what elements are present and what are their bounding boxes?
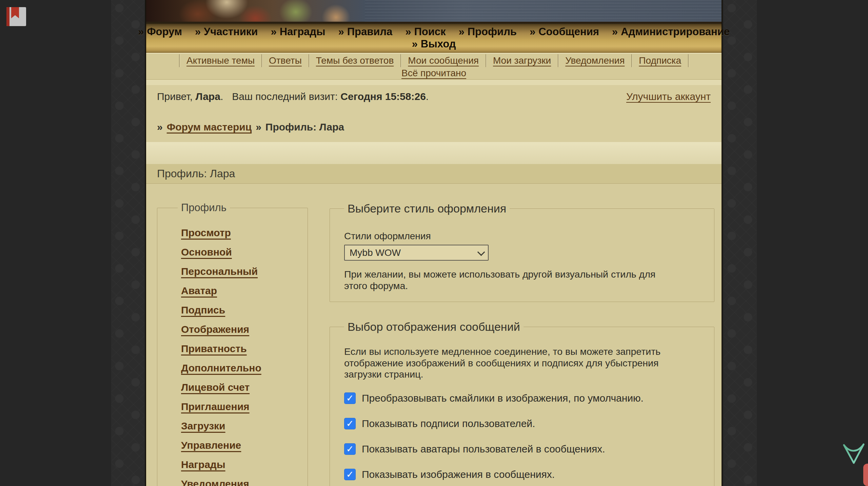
nav-label: Форум xyxy=(147,26,182,38)
link-replies[interactable]: Ответы xyxy=(262,55,309,67)
nav-label: Сообщения xyxy=(538,26,599,38)
divider xyxy=(688,54,689,67)
list-item: Лицевой счет xyxy=(181,378,308,397)
list-item: Награды xyxy=(181,455,308,474)
quick-links-row2: Всё прочитано xyxy=(395,68,473,79)
sidebar-item-display[interactable]: Отображения xyxy=(181,324,249,335)
last-visit-label: Ваш последний визит: xyxy=(232,89,338,104)
link-unanswered-topics[interactable]: Темы без ответов xyxy=(309,55,401,67)
link-active-topics[interactable]: Активные темы xyxy=(180,55,261,67)
sidebar-item-account[interactable]: Лицевой счет xyxy=(181,382,250,393)
sidebar-item-avatar[interactable]: Аватар xyxy=(181,285,217,297)
option-row: ✓ Показывать изображения в сообщениях. xyxy=(344,462,701,486)
list-item: Дополнительно xyxy=(181,358,308,378)
sidebar-item-management[interactable]: Управление xyxy=(181,440,241,451)
list-item: Подпись xyxy=(181,300,308,320)
settings-column: Выберите стиль оформления Стили оформлен… xyxy=(330,184,714,486)
display-options-list: ✓ Преобразовывать смайлики в изображения… xyxy=(344,386,701,486)
sidebar-item-basic[interactable]: Основной xyxy=(181,246,232,258)
check-icon: ✓ xyxy=(346,394,354,403)
spacer-strip xyxy=(146,80,722,85)
style-select-label: Стили оформления xyxy=(344,230,701,242)
profile-menu-list: Просмотр Основной Персональный Аватар По… xyxy=(157,214,308,486)
nav-label: Правила xyxy=(347,26,393,38)
sidebar-item-additional[interactable]: Дополнительно xyxy=(181,362,261,374)
option-label: Показывать изображения в сообщениях. xyxy=(362,469,555,480)
chevron-icon: » xyxy=(157,120,163,135)
upgrade-account-link[interactable]: Улучшить аккаунт xyxy=(626,89,711,104)
list-item: Управление xyxy=(181,436,308,455)
sidebar-item-view[interactable]: Просмотр xyxy=(181,227,231,239)
side-panel-tab[interactable] xyxy=(863,464,868,486)
sidebar-item-notifications[interactable]: Уведомления xyxy=(181,478,249,486)
profile-settings-area: Профиль Просмотр Основной Персональный А… xyxy=(146,184,722,486)
nav-item-rules[interactable]: »Правила xyxy=(338,26,393,38)
sidebar-item-privacy[interactable]: Приватность xyxy=(181,343,247,355)
nav-item-administration[interactable]: »Администрирование xyxy=(612,26,730,38)
nav-item-awards[interactable]: »Награды xyxy=(271,26,325,38)
profile-menu-legend: Профиль xyxy=(178,201,230,214)
checkbox-smilies-to-images[interactable]: ✓ xyxy=(344,392,356,404)
list-item: Приглашения xyxy=(181,397,308,416)
check-icon: ✓ xyxy=(346,470,354,479)
nav-item-profile[interactable]: »Профиль xyxy=(459,26,517,38)
link-mark-all-read[interactable]: Всё прочитано xyxy=(395,68,473,79)
sidebar-item-personal[interactable]: Персональный xyxy=(181,266,258,277)
message-panel-legend: Выбор отображения сообщений xyxy=(344,320,524,334)
main-nav-row1: »Форум »Участники »Награды »Правила »Пои… xyxy=(138,26,730,38)
punctuation: . xyxy=(426,89,429,104)
bookmark-logo-icon[interactable] xyxy=(6,7,26,26)
nav-label: Участники xyxy=(204,26,258,38)
check-icon: ✓ xyxy=(346,445,354,454)
description-line: загрузки страниц. xyxy=(344,369,701,380)
nav-item-logout[interactable]: »Выход xyxy=(412,38,456,50)
logo-red-bar xyxy=(6,7,9,26)
chevron-icon: » xyxy=(195,26,201,38)
link-notifications[interactable]: Уведомления xyxy=(558,55,631,67)
nav-item-search[interactable]: »Поиск xyxy=(405,26,446,38)
message-panel-description: Если вы используете медленное соединение… xyxy=(344,346,701,380)
style-panel-description: При желании, вы можете использовать друг… xyxy=(344,269,701,291)
nav-label: Награды xyxy=(280,26,326,38)
link-my-uploads[interactable]: Мои загрузки xyxy=(486,55,558,67)
welcome-row: Привет, Лара. Ваш последний визит: Сегод… xyxy=(157,85,711,104)
option-row: ✓ Показывать подписи пользователей. xyxy=(344,411,701,437)
punctuation: . xyxy=(220,89,223,104)
sidebar-item-signature[interactable]: Подпись xyxy=(181,304,225,316)
sidebar-item-uploads[interactable]: Загрузки xyxy=(181,420,225,432)
link-my-posts[interactable]: Мои сообщения xyxy=(401,55,486,67)
link-subscription[interactable]: Подписка xyxy=(632,55,688,67)
checkbox-show-avatars[interactable]: ✓ xyxy=(344,443,356,455)
nav-item-messages[interactable]: »Сообщения xyxy=(530,26,599,38)
chevron-icon: » xyxy=(459,26,465,38)
style-select-value: Mybb WOW xyxy=(350,247,478,258)
option-row: ✓ Показывать аватары пользователей в соо… xyxy=(344,437,701,462)
list-item: Загрузки xyxy=(181,416,308,436)
nav-item-forum[interactable]: »Форум xyxy=(138,26,182,38)
page-title: Профиль: Лара xyxy=(146,164,722,184)
nav-item-members[interactable]: »Участники xyxy=(195,26,258,38)
background-pattern-right xyxy=(724,0,757,486)
sidebar-item-awards[interactable]: Награды xyxy=(181,459,225,470)
scroll-down-arrow-icon[interactable] xyxy=(842,443,865,465)
sidebar-item-invitations[interactable]: Приглашения xyxy=(181,401,250,412)
nav-label: Профиль xyxy=(468,26,517,38)
breadcrumb-forum-link[interactable]: Форум мастериц xyxy=(167,120,252,135)
message-display-panel: Выбор отображения сообщений Если вы испо… xyxy=(330,320,714,486)
logo-ribbon-icon xyxy=(11,7,19,18)
chevron-icon: » xyxy=(338,26,344,38)
style-select-dropdown[interactable]: Mybb WOW xyxy=(344,245,489,261)
breadcrumb: » Форум мастериц » Профиль: Лара xyxy=(157,120,711,135)
main-navbar: »Форум »Участники »Награды »Правила »Пои… xyxy=(146,23,722,53)
checkbox-show-images-posts[interactable]: ✓ xyxy=(344,469,356,480)
quick-links-bar: Активные темы Ответы Темы без ответов Мо… xyxy=(146,53,722,80)
option-label: Показывать аватары пользователей в сообщ… xyxy=(362,443,605,455)
nav-label: Выход xyxy=(421,38,456,50)
chevron-icon: » xyxy=(412,38,418,50)
forum-header-banner xyxy=(146,0,722,23)
style-select-panel: Выберите стиль оформления Стили оформлен… xyxy=(330,201,714,302)
nav-label: Поиск xyxy=(414,26,446,38)
checkbox-show-signatures[interactable]: ✓ xyxy=(344,418,356,429)
page-title-text: Профиль: Лара xyxy=(157,167,235,180)
quick-links-row1: Активные темы Ответы Темы без ответов Мо… xyxy=(179,54,689,67)
